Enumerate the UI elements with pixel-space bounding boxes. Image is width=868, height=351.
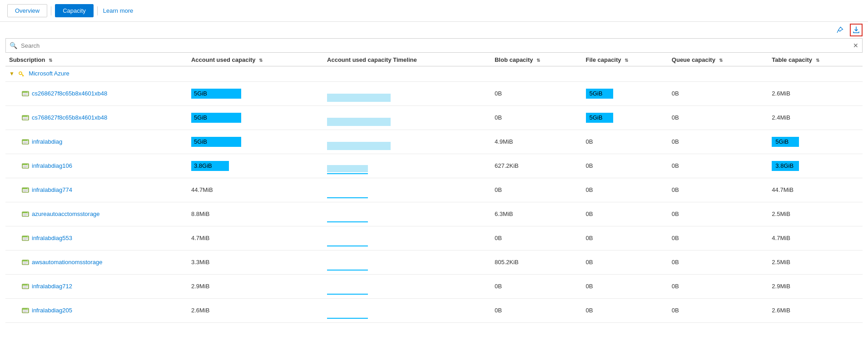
table-capacity-cell: 3.8GiB xyxy=(768,154,863,178)
resource-link[interactable]: infralabdiag553 xyxy=(32,235,72,241)
svg-rect-32 xyxy=(23,214,28,215)
search-bar: 🔍 ✕ xyxy=(5,38,863,53)
sort-icon-table[interactable]: ⇅ xyxy=(816,58,819,63)
file-capacity-cell: 5GiB xyxy=(582,105,668,130)
timeline-cell xyxy=(323,298,491,322)
sort-icon-queue[interactable]: ⇅ xyxy=(719,58,723,63)
resource-link[interactable]: infralabdiag xyxy=(32,138,62,145)
queue-capacity-cell: 0B xyxy=(668,130,769,154)
resource-link[interactable]: infralabdiag774 xyxy=(32,186,72,193)
file-capacity-cell: 0B xyxy=(582,202,668,226)
used-capacity-cell: 3.8GiB xyxy=(188,154,323,178)
queue-capacity-cell: 0B xyxy=(668,226,769,250)
queue-capacity-cell: 0B xyxy=(668,178,769,202)
file-capacity-cell: 0B xyxy=(582,130,668,154)
subscription-cell: cs268627f8c65b8x4601xb48 xyxy=(5,81,188,105)
table-capacity-cell: 2.6MiB xyxy=(768,81,863,105)
sort-icon-blob[interactable]: ⇅ xyxy=(536,58,540,63)
svg-rect-28 xyxy=(23,191,26,191)
pin-icon[interactable] xyxy=(833,24,846,36)
file-capacity-cell: 5GiB xyxy=(582,81,668,105)
table-capacity-cell: 2.5MiB xyxy=(768,250,863,274)
used-capacity-cell: 2.6MiB xyxy=(188,298,323,322)
table-row: infralabdiag205 2.6MiB 0B0B0B2.6MiB xyxy=(5,298,863,322)
learn-more-link[interactable]: Learn more xyxy=(101,5,135,17)
blob-capacity-cell: 6.3MiB xyxy=(491,202,582,226)
queue-capacity-cell: 0B xyxy=(668,250,769,274)
queue-capacity-cell: 0B xyxy=(668,274,769,298)
blob-capacity-cell: 0B xyxy=(491,274,582,298)
used-capacity-cell: 2.9MiB xyxy=(188,274,323,298)
download-icon[interactable] xyxy=(850,24,863,36)
svg-rect-38 xyxy=(23,239,26,240)
svg-rect-12 xyxy=(23,118,28,119)
used-capacity-cell: 44.7MiB xyxy=(188,178,323,202)
sort-icon-file[interactable]: ⇅ xyxy=(625,58,628,63)
svg-rect-48 xyxy=(23,287,26,288)
table-capacity-cell: 44.7MiB xyxy=(768,178,863,202)
subscription-cell: infralabdiag205 xyxy=(5,298,188,322)
group-name[interactable]: Microsoft Azure xyxy=(29,70,69,77)
table-row: cs268627f8c65b8x4601xb48 5GiB 0B5GiB0B2.… xyxy=(5,81,863,105)
blob-capacity-cell: 805.2KiB xyxy=(491,250,582,274)
table-row: awsautomationomsstorage 3.3MiB 805.2KiB0… xyxy=(5,250,863,274)
subscription-cell: infralabdiag712 xyxy=(5,274,188,298)
top-navigation: Overview Capacity Learn more xyxy=(0,0,868,22)
table-row: infralabdiag553 4.7MiB 0B0B0B4.7MiB xyxy=(5,226,863,250)
subscription-cell: infralabdiag553 xyxy=(5,226,188,250)
queue-capacity-cell: 0B xyxy=(668,298,769,322)
file-capacity-cell: 0B xyxy=(582,178,668,202)
timeline-cell xyxy=(323,274,491,298)
queue-capacity-cell: 0B xyxy=(668,81,769,105)
resource-link[interactable]: infralabdiag106 xyxy=(32,162,72,169)
resource-link[interactable]: awsautomationomsstorage xyxy=(32,259,102,266)
table-capacity-cell: 2.4MiB xyxy=(768,105,863,130)
search-clear-icon[interactable]: ✕ xyxy=(853,42,858,49)
resource-link[interactable]: infralabdiag205 xyxy=(32,307,72,314)
resource-link[interactable]: azureautoacctomsstorage xyxy=(32,211,100,217)
svg-point-51 xyxy=(27,308,28,309)
resource-link[interactable]: infralabdiag712 xyxy=(32,283,72,290)
col-account-used-capacity: Account used capacity ⇅ xyxy=(188,53,323,66)
svg-rect-7 xyxy=(23,94,28,95)
timeline-cell xyxy=(323,105,491,130)
file-capacity-cell: 0B xyxy=(582,226,668,250)
timeline-cell xyxy=(323,226,491,250)
timeline-cell xyxy=(323,154,491,178)
col-queue: Queue capacity ⇅ xyxy=(668,53,769,66)
expand-icon[interactable]: ▼ xyxy=(9,70,15,77)
table-capacity-cell: 5GiB xyxy=(768,130,863,154)
group-cell: ▼ Microsoft Azure xyxy=(5,66,863,82)
timeline-cell xyxy=(323,81,491,105)
table-row: infralabdiag 5GiB 4.9MiB0B0B5GiB xyxy=(5,130,863,154)
resource-link[interactable]: cs768627f8c65b8x4601xb48 xyxy=(32,114,107,121)
svg-point-11 xyxy=(27,115,28,116)
svg-rect-47 xyxy=(23,286,28,287)
sort-icon-subscription[interactable]: ⇅ xyxy=(49,58,52,63)
svg-rect-13 xyxy=(23,119,26,119)
resource-link[interactable]: cs268627f8c65b8x4601xb48 xyxy=(32,90,107,97)
table-row: infralabdiag106 3.8GiB 627.2KiB0B0B3.8Gi… xyxy=(5,154,863,178)
used-capacity-cell: 3.3MiB xyxy=(188,250,323,274)
svg-rect-27 xyxy=(23,190,28,191)
svg-point-26 xyxy=(27,188,28,189)
used-capacity-cell: 4.7MiB xyxy=(188,226,323,250)
blob-capacity-cell: 0B xyxy=(491,81,582,105)
svg-rect-37 xyxy=(23,238,28,239)
col-subscription: Subscription ⇅ xyxy=(5,53,188,66)
search-input[interactable] xyxy=(21,42,853,49)
timeline-cell xyxy=(323,178,491,202)
queue-capacity-cell: 0B xyxy=(668,202,769,226)
sort-icon-auc[interactable]: ⇅ xyxy=(259,58,263,63)
col-blob: Blob capacity ⇅ xyxy=(491,53,582,66)
svg-rect-52 xyxy=(23,311,28,311)
subscription-cell: awsautomationomsstorage xyxy=(5,250,188,274)
svg-point-16 xyxy=(27,140,28,140)
subscription-cell: cs768627f8c65b8x4601xb48 xyxy=(5,105,188,130)
capacity-button[interactable]: Capacity xyxy=(55,4,94,17)
table-row: infralabdiag774 44.7MiB 0B0B0B44.7MiB xyxy=(5,178,863,202)
overview-button[interactable]: Overview xyxy=(7,4,47,17)
timeline-cell xyxy=(323,130,491,154)
blob-capacity-cell: 0B xyxy=(491,105,582,130)
svg-rect-33 xyxy=(23,215,26,216)
